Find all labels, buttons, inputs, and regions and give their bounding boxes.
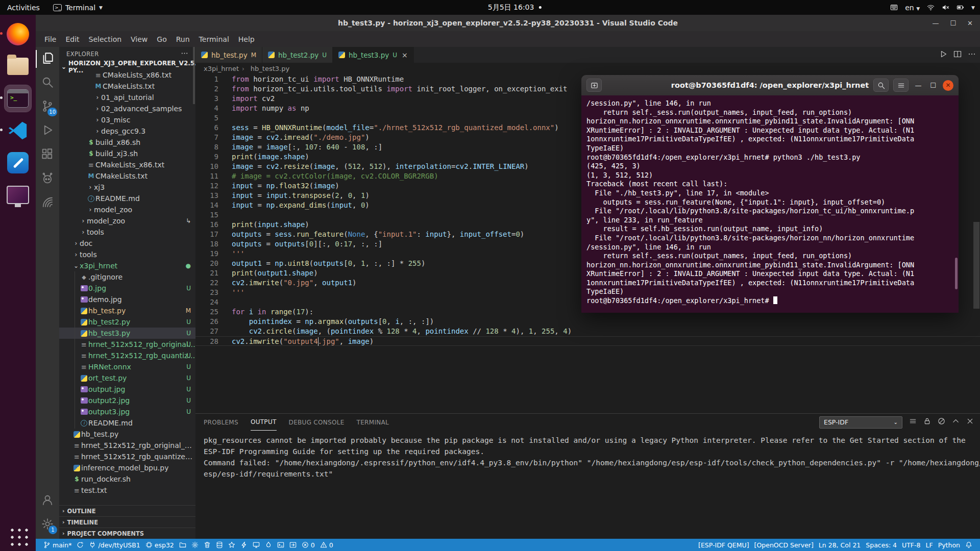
tree-item-build-x86-sh[interactable]: $build_x86.sh (59, 137, 195, 148)
gnome-terminal-window[interactable]: root@b70365fd1df4: /open_explorer/x3pi_h… (581, 75, 959, 313)
tree-item-doc[interactable]: ›doc (59, 238, 195, 249)
status-arrow-box[interactable] (287, 541, 299, 548)
activity-explorer[interactable] (36, 47, 59, 71)
tree-item-test-txt[interactable]: ≡test.txt (59, 485, 195, 496)
more-actions-icon[interactable] (968, 50, 976, 60)
tab-hb_test-py[interactable]: hb_test.pyM (195, 47, 262, 63)
menu-run[interactable]: Run (172, 33, 194, 45)
breadcrumb[interactable]: x3pi_hrnet›hb_test3.py (195, 63, 980, 74)
maximize-button[interactable]: ☐ (928, 82, 938, 89)
status-ln-28-col-21[interactable]: Ln 28, Col 21 (816, 541, 863, 549)
tree-item-tools[interactable]: ›tools (59, 249, 195, 260)
panel-tab-output[interactable]: OUTPUT (251, 414, 277, 431)
maximize-panel-icon[interactable] (952, 417, 960, 427)
activity-debug[interactable] (36, 119, 59, 143)
output-channel-dropdown[interactable]: ESP-IDF⌄ (819, 416, 902, 429)
status-bell[interactable] (963, 541, 975, 548)
tree-item-hb-test-py[interactable]: hb_test.py (59, 429, 195, 440)
lock-scroll-icon[interactable] (923, 417, 931, 427)
window-titlebar[interactable]: hb_test3.py - horizon_xj3_open_explorer_… (36, 15, 980, 31)
section-timeline[interactable]: ›TIMELINE (59, 516, 195, 528)
status-0[interactable]: 0 (317, 541, 336, 549)
tree-item-hb-test2-py[interactable]: hb_test2.pyU (59, 316, 195, 328)
status-trash[interactable] (201, 541, 213, 548)
more-actions-icon[interactable] (181, 49, 188, 59)
breadcrumb-item[interactable]: hb_test3.py (251, 65, 289, 72)
dock-text-editor[interactable] (5, 149, 31, 176)
dock-displays[interactable] (5, 182, 31, 208)
editor-scrollbar[interactable] (973, 222, 979, 309)
tree-item-build-xj3-sh[interactable]: $build_xj3.sh (59, 148, 195, 159)
run-button[interactable] (939, 50, 947, 60)
tree-item-tools[interactable]: ›tools (59, 227, 195, 238)
menu-help[interactable]: Help (234, 33, 259, 45)
tree-item-hrnet-512x512-rgb-quantize-[interactable]: ≡hrnet_512x512_rgb_quantize...U (59, 350, 195, 361)
tab-hb_test3-py[interactable]: hb_test3.pyU× (333, 47, 414, 63)
status-bolt[interactable] (238, 541, 250, 548)
tree-item-demo-jpg[interactable]: demo.jpg (59, 294, 195, 305)
code-line-27[interactable]: 27 cv2.circle(image, (pointindex % 128 *… (195, 327, 980, 336)
sidebar-scrollbar[interactable] (193, 47, 195, 104)
status-sync[interactable] (74, 541, 86, 548)
tree-item-cmakelists-txt[interactable]: MCMakeLists.txt (59, 81, 195, 92)
tree-item-cmakelists-x86-txt[interactable]: ≡CMakeLists_x86.txt (59, 159, 195, 170)
word-wrap-icon[interactable] (909, 417, 917, 427)
tree-item-output3-jpg[interactable]: output3.jpgU (59, 406, 195, 417)
tree-item-inference-model-bpu-py[interactable]: inference_model_bpu.py (59, 462, 195, 473)
terminal-titlebar[interactable]: root@b70365fd1df4: /open_explorer/x3pi_h… (581, 75, 959, 95)
status--openocd-server-[interactable]: [OpenOCD Server] (752, 541, 816, 549)
dock-firefox[interactable] (5, 21, 31, 47)
status-spaces-4[interactable]: Spaces: 4 (863, 541, 899, 549)
status--dev-ttyusb1[interactable]: /dev/ttyUSB1 (86, 541, 142, 549)
battery-icon[interactable] (957, 4, 964, 11)
minimize-button[interactable]: — (932, 19, 939, 27)
panel-tab-problems[interactable]: PROBLEMS (204, 414, 238, 431)
section-outline[interactable]: ›OUTLINE (59, 505, 195, 516)
activity-account[interactable] (36, 489, 59, 513)
status-utf-8[interactable]: UTF-8 (899, 541, 923, 549)
search-button[interactable] (873, 79, 889, 92)
close-icon[interactable]: × (402, 51, 408, 59)
close-button[interactable]: ✕ (967, 19, 973, 27)
status-star[interactable] (226, 541, 238, 548)
app-menu[interactable]: >_ Terminal ▼ (53, 4, 103, 12)
menu-button[interactable] (893, 79, 909, 92)
tree-item-hrnet-512x512-rgb-original-[interactable]: ≡hrnet_512x512_rgb_original_...U (59, 339, 195, 350)
status-lf[interactable]: LF (923, 541, 936, 549)
tree-item-hrnet-512x512-rgb-original-float-[interactable]: ≡hrnet_512x512_rgb_original_float_... (59, 440, 195, 451)
breadcrumb-item[interactable]: x3pi_hrnet (204, 65, 239, 72)
activities-button[interactable]: Activities (7, 4, 40, 12)
code-line-26[interactable]: 26 pointindex = np.argmax(outputs[0, i, … (195, 317, 980, 327)
terminal-output[interactable]: /session.py", line 146, in run return se… (581, 95, 959, 313)
activity-settings[interactable]: 1 (36, 513, 59, 537)
tree-item-hb-test3-py[interactable]: hb_test3.pyU (59, 328, 195, 339)
status-main-[interactable]: main* (41, 541, 74, 549)
tree-item--gitignore[interactable]: ◆.gitignore (59, 271, 195, 283)
split-editor-icon[interactable] (953, 50, 962, 60)
tree-item-cmakelists-x86-txt[interactable]: ≡CMakeLists_x86.txt (59, 69, 195, 81)
panel-tab-terminal[interactable]: TERMINAL (357, 414, 389, 431)
tree-item-model-zoo[interactable]: ›model_zoo↳ (59, 215, 195, 227)
status-0[interactable]: 0 (299, 541, 317, 549)
clear-output-icon[interactable] (938, 417, 945, 427)
tree-item-02-advanced-samples[interactable]: ›02_advanced_samples (59, 103, 195, 114)
status-gear[interactable] (189, 541, 201, 548)
status-folder[interactable] (177, 541, 189, 548)
menu-view[interactable]: View (126, 33, 152, 45)
code-line-28[interactable]: 28cv2.imwrite("output4.jpg", image) (195, 336, 980, 346)
tree-item-hrnet-512x512-rgb-quantized-mod-[interactable]: ≡hrnet_512x512_rgb_quantized_mod... (59, 451, 195, 462)
tree-item-03-misc[interactable]: ›03_misc (59, 114, 195, 126)
tab-hb_test2-py[interactable]: hb_test2.pyU (262, 47, 333, 63)
panel-tab-debug-console[interactable]: DEBUG CONSOLE (289, 414, 345, 431)
tree-item-0-jpg[interactable]: 0.jpgU (59, 283, 195, 294)
tree-item-run-docker-sh[interactable]: $run_docker.sh (59, 473, 195, 485)
tree-item-readme-md[interactable]: iREADME.md (59, 417, 195, 429)
menu-go[interactable]: Go (152, 33, 171, 45)
tree-item-01-api-tutorial[interactable]: ›01_api_tutorial (59, 92, 195, 103)
tree-item-hb-test-py[interactable]: hb_test.pyM (59, 305, 195, 316)
tree-item-xj3[interactable]: ›xj3 (59, 182, 195, 193)
tree-item-output2-jpg[interactable]: output2.jpgU (59, 395, 195, 406)
dock-vscode[interactable] (5, 117, 31, 144)
new-tab-button[interactable] (586, 79, 602, 92)
menu-file[interactable]: File (40, 33, 61, 45)
